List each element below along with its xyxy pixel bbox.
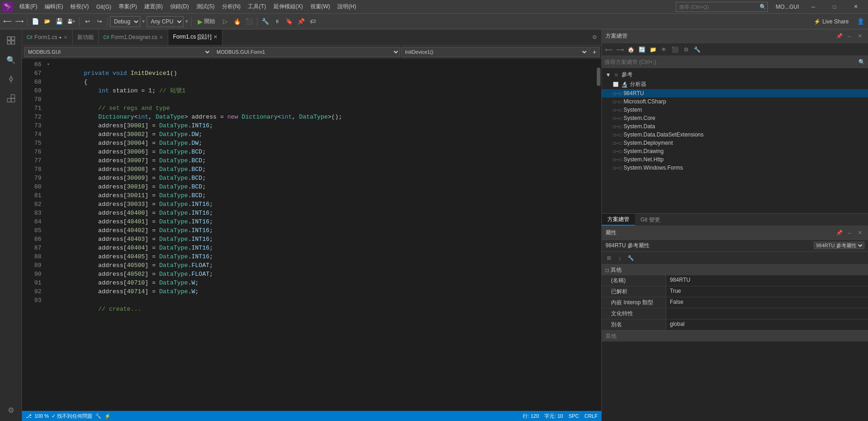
status-encoding[interactable]: SPC <box>569 413 579 419</box>
status-branch[interactable]: ⎇ <box>26 413 32 419</box>
tree-item-system-data-dse[interactable]: □─□ System.Data.DataSetExtensions <box>602 131 868 139</box>
se-search-input[interactable] <box>605 59 858 65</box>
menu-test[interactable]: 測試(S) <box>193 2 218 11</box>
prop-culture-value[interactable] <box>666 308 868 319</box>
prop-name-value[interactable]: 984RTU <box>666 275 868 286</box>
tree-item-system-core[interactable]: □─□ System.Core <box>602 114 868 122</box>
tree-item-system-drawing[interactable]: □─□ System.Drawing <box>602 147 868 155</box>
prop-pin-button[interactable]: 📌 <box>835 228 844 238</box>
prop-embed-value[interactable]: False <box>666 297 868 308</box>
hot-reload-button[interactable]: 🔥 <box>232 16 243 27</box>
tab-form1cs[interactable]: C# Form1.cs ● ✕ <box>22 29 73 45</box>
prop-close-button[interactable]: ✕ <box>855 228 864 238</box>
tree-item-system-net-http[interactable]: □─□ System.Net.Http <box>602 155 868 164</box>
sidebar-icon-git[interactable] <box>2 70 20 88</box>
undo-button[interactable]: ↩ <box>82 16 93 27</box>
open-button[interactable]: 📂 <box>42 16 53 27</box>
status-zoom[interactable]: 100 % <box>34 413 49 419</box>
forward-button[interactable]: ⟶ <box>14 16 25 27</box>
se-settings-button[interactable]: 🔧 <box>692 45 702 55</box>
bookmark2-button[interactable]: 📌 <box>296 16 307 27</box>
menu-project[interactable]: 專案(P) <box>115 2 141 11</box>
redo-button[interactable]: ↪ <box>94 16 105 27</box>
search-input[interactable] <box>676 2 768 12</box>
se-home-button[interactable]: 🏠 <box>626 45 636 55</box>
tab-form1cs-close[interactable]: ✕ <box>63 34 68 40</box>
tree-item-system-deployment[interactable]: □─□ System.Deployment <box>602 139 868 147</box>
menu-tools[interactable]: 工具(T) <box>244 2 269 11</box>
tab-form1-design[interactable]: Form1.cs [設計] ✕ <box>168 29 223 45</box>
menu-help[interactable]: 說明(H) <box>334 2 360 11</box>
fold-66[interactable]: ▾ <box>45 60 51 69</box>
menu-analyze[interactable]: 分析(N) <box>218 2 245 11</box>
properties-target-dropdown[interactable]: 984RTU 參考屬性 <box>814 242 864 249</box>
sidebar-icon-extensions[interactable] <box>2 89 20 108</box>
breakpoint-button[interactable]: ⏸ <box>272 16 283 27</box>
tab-git-changes[interactable]: Git 變更 <box>635 214 666 226</box>
prop-grid-button[interactable]: ⊞ <box>604 253 614 263</box>
status-error-check[interactable]: ✓ 找不到任何問題 <box>51 413 92 420</box>
tab-solution-explorer[interactable]: 方案總管 <box>602 214 635 226</box>
live-share-button[interactable]: ⚡ Live Share <box>810 17 852 26</box>
prop-alias-value[interactable]: global <box>666 319 868 330</box>
tree-item-984rtu[interactable]: □─□ 984RTU <box>602 89 868 97</box>
prop-resolved-value[interactable]: True <box>666 286 868 297</box>
add-member-button[interactable]: + <box>589 47 600 57</box>
status-build-indicator[interactable]: 🔧 <box>95 413 102 419</box>
prop-sort-button[interactable]: ↕ <box>615 253 625 263</box>
tree-item-system-windows-forms[interactable]: □─□ System.Windows.Forms <box>602 164 868 172</box>
profile-button[interactable]: ⬛ <box>244 16 255 27</box>
code-content[interactable]: private void InitDevice1() { int station… <box>51 58 596 411</box>
se-show-all-button[interactable]: 👁 <box>659 45 669 55</box>
tab-designer-cs[interactable]: C# Form1.Designer.cs ✕ <box>99 29 169 45</box>
menu-file[interactable]: 檔案(F) <box>16 2 41 11</box>
menu-debug[interactable]: 偵錯(D) <box>166 2 193 11</box>
tree-item-analyzer[interactable]: ⬜ 🔬 分析器 <box>602 80 868 89</box>
user-icon[interactable]: 👤 <box>855 16 866 27</box>
bookmark3-button[interactable]: 🏷 <box>308 16 319 27</box>
start-button[interactable]: ▶ 開始 <box>194 17 219 26</box>
class-dropdown[interactable]: MODBUS.GUI <box>24 47 211 57</box>
tab-newfeature[interactable]: 新功能 <box>73 29 99 45</box>
menu-edit[interactable]: 編輯(E) <box>41 2 67 11</box>
status-cursor-line[interactable]: 行: 120 <box>523 413 539 420</box>
scrollbar-thumb[interactable] <box>597 68 600 86</box>
debug-config-dropdown[interactable]: Debug <box>110 16 140 27</box>
maximize-button[interactable]: □ <box>824 0 845 14</box>
close-button[interactable]: ✕ <box>845 0 866 14</box>
tree-item-system[interactable]: □─□ System <box>602 106 868 114</box>
minimize-button[interactable]: ─ <box>803 0 824 14</box>
status-line-ending[interactable]: CRLF <box>584 413 598 419</box>
menu-window[interactable]: 視窗(W) <box>307 2 334 11</box>
se-refresh-button[interactable]: 🔄 <box>637 45 647 55</box>
se-collapse-all-button[interactable]: ⬛ <box>670 45 680 55</box>
bookmark-button[interactable]: 🔖 <box>284 16 295 27</box>
prop-settings-button[interactable]: 🔧 <box>626 253 636 263</box>
tab-options-button[interactable]: ⚙ <box>588 29 601 46</box>
editor-scrollbar[interactable] <box>596 58 601 411</box>
new-file-button[interactable]: 📄 <box>30 16 41 27</box>
sidebar-icon-search[interactable]: 🔍 <box>2 51 20 69</box>
method-dropdown[interactable]: InitDevice1() <box>401 47 588 57</box>
menu-build[interactable]: 建置(B) <box>141 2 166 11</box>
save-button[interactable]: 💾 <box>54 16 65 27</box>
cpu-config-dropdown[interactable]: Any CPU <box>147 16 183 27</box>
status-cursor-char[interactable]: 字元: 10 <box>544 413 563 420</box>
menu-git[interactable]: Git(G) <box>92 3 115 11</box>
tree-item-references[interactable]: ▼ ◾ 參考 <box>602 70 868 80</box>
menu-extensions[interactable]: 延伸模組(X) <box>270 2 307 11</box>
attach-button[interactable]: 🔧 <box>260 16 271 27</box>
prop-collapse-button[interactable]: ─ <box>845 228 854 238</box>
tree-item-microsoft-csharp[interactable]: □─□ Microsoft.CSharp <box>602 97 868 106</box>
save-all-button[interactable]: 💾+ <box>66 16 77 27</box>
status-task-indicator[interactable]: ⚡ <box>104 413 111 419</box>
se-back-button[interactable]: ⟵ <box>604 45 614 55</box>
back-button[interactable]: ⟵ <box>2 16 13 27</box>
tab-form1-design-close[interactable]: ✕ <box>213 34 217 40</box>
se-close-button[interactable]: ✕ <box>855 32 864 41</box>
sidebar-icon-solution[interactable] <box>2 31 20 50</box>
tree-item-system-data[interactable]: □─□ System.Data <box>602 122 868 131</box>
tab-designer-cs-close[interactable]: ✕ <box>159 34 163 40</box>
sidebar-icon-publish[interactable]: ⚙ <box>2 401 20 419</box>
se-show-files-button[interactable]: 📁 <box>648 45 658 55</box>
